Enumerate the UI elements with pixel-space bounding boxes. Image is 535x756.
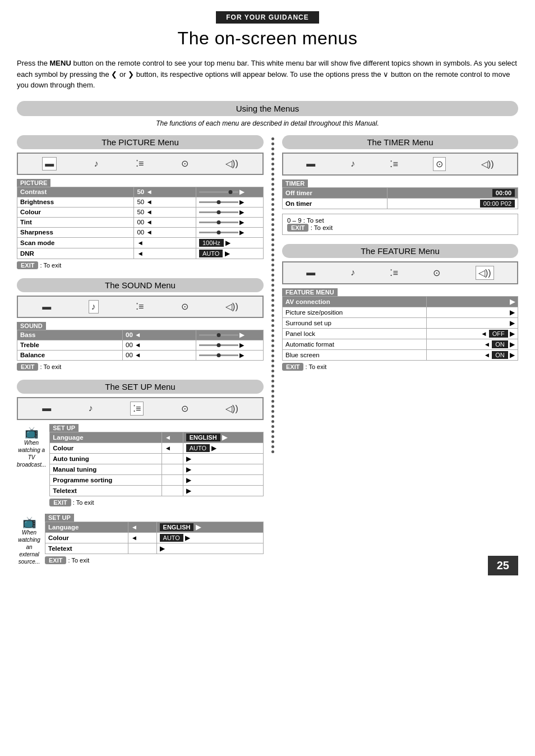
sound-menu-section: The SOUND Menu ▬ ♪ ⁚≡ ⊙ ◁)) SOUND Bass 0… [17,278,264,371]
exit-text-s: : To exit [40,363,62,370]
table-row: Brightness 50 ◄ ▶ [17,197,264,207]
table-row: Colour ◄ AUTO ▶ [45,532,264,543]
picture-exit: EXIT : To exit [17,261,264,269]
exit-text-ext: : To exit [68,557,90,564]
clock-icon: ⊙ [181,158,188,169]
timer-hint-box: 0 – 9 : To set EXIT : To exit [282,214,518,235]
menu-bold: MENU [50,59,71,67]
timer-hint-line2: EXIT : To exit [287,224,513,232]
note-icon: ♪ [94,159,99,169]
main-title: The on-screen menus [17,28,518,49]
table-row: On timer 00:00 P02 [283,198,518,209]
picture-icon-bar: ▬ ♪ ⁚≡ ⊙ ◁)) [17,153,264,175]
note-icon-t: ♪ [350,159,355,169]
settings-icon-t: ⁚≡ [390,159,398,169]
tv-icon-s: ▬ [42,302,51,312]
intro-paragraph: Press the MENU button on the remote cont… [17,58,518,91]
timer-hint-line1: 0 – 9 : To set [287,217,513,224]
table-row: DNR ◄ AUTO ▶ [17,248,264,259]
table-row: Programme sorting ▶ [50,474,264,485]
exit-button-ext: EXIT [45,556,66,564]
setup-ext-side: 📺 When watching an external source... [17,515,41,565]
using-menus-subtitle: The functions of each menu are described… [17,119,518,127]
dots-divider [269,135,276,575]
settings-icon-f: ⁚≡ [390,268,398,278]
note-icon-s: ♪ [89,300,99,314]
settings-icon-s: ⁚≡ [136,301,144,312]
feature-label: FEATURE MENU [282,288,338,296]
exit-text-th: : To exit [311,224,333,231]
table-row: Colour 50 ◄ ▶ [17,207,264,217]
picture-table: Contrast 50 ◄ ▶ Brightness 50 ◄ [17,187,264,259]
timer-table: Off timer 00:00 On timer 00:00 P02 [282,187,518,209]
picture-menu-section: The PICTURE Menu ▬ ♪ ⁚≡ ⊙ ◁)) PICTURE Co… [17,135,264,269]
exit-text: : To exit [40,262,62,269]
table-row: Blue screen ◄ ON ▶ [283,349,518,360]
tv-icon-f: ▬ [306,268,315,278]
speaker-icon-su: ◁)) [225,403,238,414]
table-row: Language ◄ ENGLISH ▶ [45,522,264,532]
sound-icon-bar: ▬ ♪ ⁚≡ ⊙ ◁)) [17,296,264,318]
tv-icon-t: ▬ [306,159,315,169]
tv-broadcast-text: When watching a TV broadcast... [17,439,46,468]
speaker-icon: ◁)) [225,158,238,169]
setup-ext-table: Language ◄ ENGLISH ▶ Colour ◄ AUTO ▶ Tel… [45,522,264,554]
table-row: Contrast 50 ◄ ▶ [17,187,264,197]
table-row: AV connection ▶ [283,296,518,307]
timer-menu-section: The TIMER Menu ▬ ♪ ⁚≡ ⊙ ◁)) TIMER Off ti… [282,135,518,235]
table-row: Colour ◄ AUTO ▶ [50,442,264,453]
exit-button-tv: EXIT [49,499,71,506]
setup-icon-bar: ▬ ♪ ⁚≡ ⊙ ◁)) [17,397,264,420]
table-row: Tint 00 ◄ ▶ [17,217,264,227]
exit-button-f: EXIT [282,363,303,371]
setup-tv-label: SET UP [49,424,79,432]
exit-button-s: EXIT [17,363,38,371]
setup-tv-table: Language ◄ ENGLISH ▶ Colour ◄ AUTO ▶ Aut… [49,432,264,496]
clock-icon-su: ⊙ [181,403,188,414]
sound-menu-title: The SOUND Menu [17,278,264,292]
feature-menu-section: The FEATURE Menu ▬ ♪ ⁚≡ ⊙ ◁)) FEATURE ME… [282,244,518,371]
table-row: Scan mode ◄ 100Hz ▶ [17,237,264,248]
table-row: Manual tuning ▶ [50,464,264,474]
table-row: Teletext ▶ [50,485,264,496]
timer-label: TIMER [282,179,308,187]
setup-ext-label: SET UP [45,514,74,522]
feature-table: AV connection ▶ Picture size/position ▶ … [282,296,518,361]
note-icon-su: ♪ [89,403,93,413]
page-number-box: 25 [488,556,518,575]
setup-ext-content: SET UP Language ◄ ENGLISH ▶ Colour ◄ AUT… [45,513,264,566]
setup-tv-wrapper: 📺 When watching a TV broadcast... SET UP… [17,423,264,509]
picture-menu-title: The PICTURE Menu [17,135,264,149]
note-icon-f: ♪ [350,268,355,278]
tv-icon: ▬ [42,157,57,170]
table-row: Automatic format ◄ ON ▶ [283,339,518,349]
settings-icon-su: ⁚≡ [130,402,144,416]
exit-text-tv: : To exit [73,499,94,506]
table-row: Surround set up ▶ [283,317,518,328]
feature-exit: EXIT : To exit [282,363,518,371]
top-banner: FOR YOUR GUIDANCE [17,11,518,24]
table-row: Language ◄ ENGLISH ▶ [50,432,264,442]
setup-ext-exit: EXIT : To exit [45,556,264,564]
setup-ext-wrapper: 📺 When watching an external source... SE… [17,513,264,566]
table-row: Off timer 00:00 [283,187,518,198]
sound-label: SOUND [17,322,46,330]
timer-icon-bar: ▬ ♪ ⁚≡ ⊙ ◁)) [282,153,518,176]
picture-label: PICTURE [17,179,50,187]
setup-tv-side: 📺 When watching a TV broadcast... [17,426,46,468]
ext-source-icon: 📺 [17,515,41,529]
table-row: Bass 00 ◄ ▶ [17,330,264,340]
table-row: Sharpness 00 ◄ ▶ [17,227,264,237]
speaker-icon-t: ◁)) [481,159,494,169]
exit-button: EXIT [17,261,38,269]
setup-menu-section: The SET UP Menu ▬ ♪ ⁚≡ ⊙ ◁)) 📺 When watc… [17,380,264,566]
clock-icon-s: ⊙ [181,301,188,312]
setup-tv-content: SET UP Language ◄ ENGLISH ▶ Colour ◄ AUT… [49,423,264,509]
ext-source-text: When watching an external source... [17,529,41,565]
settings-icon: ⁚≡ [136,158,144,169]
page-number: 25 [497,559,509,571]
table-row: Balance 00 ◄ ▶ [17,350,264,360]
exit-button-th: EXIT [287,224,308,232]
table-row: Panel lock ◄ OFF ▶ [283,328,518,339]
speaker-icon-f: ◁)) [476,266,494,280]
